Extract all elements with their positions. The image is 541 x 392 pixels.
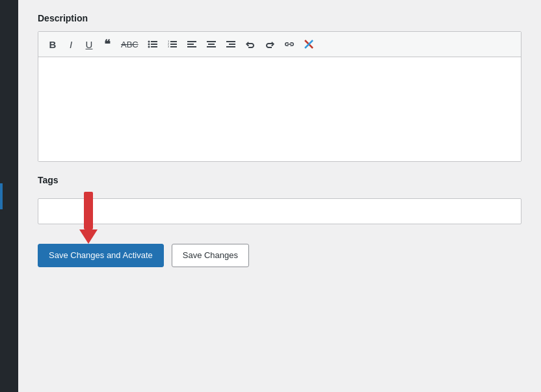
svg-point-5 (148, 46, 150, 48)
editor-body[interactable] (38, 57, 521, 161)
align-right-icon (226, 39, 236, 49)
svg-rect-18 (226, 41, 235, 42)
description-label: Description (38, 13, 521, 23)
arrow-head (79, 229, 98, 244)
svg-rect-17 (207, 46, 216, 47)
svg-point-3 (148, 41, 150, 43)
svg-rect-12 (187, 41, 196, 42)
align-left-icon (187, 39, 197, 49)
strikethrough-icon: ABC (121, 40, 139, 49)
link-icon (284, 39, 295, 49)
align-center-icon (206, 39, 217, 49)
blockquote-button[interactable]: ❝ (99, 36, 115, 53)
svg-point-4 (148, 44, 150, 46)
redo-icon (265, 39, 275, 49)
svg-rect-7 (170, 44, 177, 45)
svg-rect-16 (208, 44, 215, 45)
save-button[interactable]: Save Changes (172, 244, 249, 267)
svg-rect-13 (187, 44, 194, 45)
bullet-list-button[interactable] (144, 36, 161, 53)
editor-toolbar: B I U ❝ ABC (38, 32, 521, 57)
svg-rect-14 (187, 46, 196, 47)
remove-format-button[interactable] (300, 36, 317, 53)
redo-button[interactable] (261, 36, 278, 53)
buttons-section: Save Changes and Activate Save Changes (38, 244, 521, 267)
save-activate-button[interactable]: Save Changes and Activate (38, 244, 164, 267)
undo-button[interactable] (242, 36, 259, 53)
tags-input[interactable] (38, 198, 521, 224)
remove-format-icon (304, 39, 314, 49)
svg-rect-20 (226, 46, 235, 47)
bullet-list-icon (148, 39, 158, 49)
align-center-button[interactable] (203, 36, 220, 53)
strikethrough-button[interactable]: ABC (118, 36, 142, 53)
align-right-button[interactable] (222, 36, 239, 53)
svg-rect-15 (207, 41, 216, 42)
svg-rect-2 (151, 46, 157, 47)
svg-rect-1 (151, 44, 157, 45)
svg-rect-6 (170, 41, 177, 42)
italic-button[interactable]: I (63, 36, 79, 53)
bold-button[interactable]: B (45, 36, 60, 53)
underline-button[interactable]: U (81, 36, 97, 53)
svg-text:3: 3 (168, 45, 170, 48)
tags-label: Tags (38, 175, 521, 185)
svg-rect-0 (151, 41, 157, 42)
numbered-list-icon: 1 2 3 (167, 39, 178, 49)
sidebar (0, 0, 18, 392)
svg-rect-19 (229, 44, 235, 45)
blockquote-icon: ❝ (104, 38, 111, 50)
align-left-button[interactable] (183, 36, 200, 53)
sidebar-accent (0, 183, 3, 209)
undo-icon (245, 39, 256, 49)
link-button[interactable] (281, 36, 298, 53)
main-content: Description B I U ❝ ABC (18, 0, 541, 392)
tags-section: Tags (38, 175, 521, 224)
svg-rect-8 (170, 46, 177, 47)
description-section: Description B I U ❝ ABC (38, 13, 521, 175)
editor-container: B I U ❝ ABC (38, 31, 521, 162)
numbered-list-button[interactable]: 1 2 3 (164, 36, 181, 53)
